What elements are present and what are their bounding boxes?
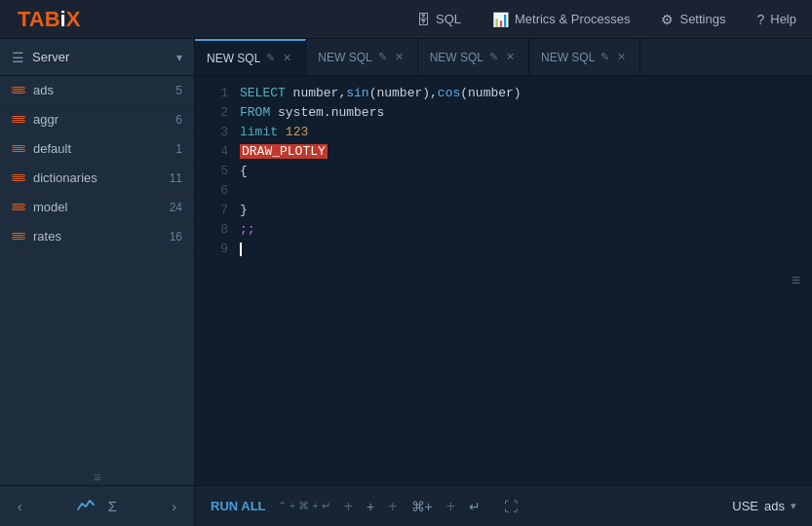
db-name: ads: [764, 499, 785, 513]
editor-area: NEW SQL ✎ ✕ NEW SQL ✎ ✕ NEW SQL ✎ ✕ NEW …: [195, 39, 812, 526]
use-db-selector[interactable]: USE ads ▾: [732, 499, 796, 513]
sigma-icon[interactable]: Σ: [108, 498, 117, 514]
sidebar-item-dictionaries-count: 11: [170, 171, 182, 185]
code-line-7: }: [236, 201, 812, 220]
code-line-3: limit 123: [236, 123, 812, 142]
code-line-5: {: [236, 162, 812, 181]
settings-icon: ⚙: [661, 12, 674, 27]
db-icon-rates: [12, 233, 25, 240]
tab-1-label: NEW SQL: [207, 52, 260, 65]
sidebar-item-ads-count: 5: [175, 84, 182, 97]
fullscreen-button[interactable]: ⛶: [504, 499, 518, 514]
sidebar-item-aggr-count: 6: [175, 113, 182, 127]
code-line-6: [236, 181, 812, 201]
prev-button[interactable]: ‹: [14, 497, 26, 516]
tab-3-edit-icon[interactable]: ✎: [489, 51, 498, 63]
tab-2-close[interactable]: ✕: [393, 50, 406, 64]
tab-2-label: NEW SQL: [318, 51, 371, 64]
tab-4-edit-icon[interactable]: ✎: [600, 51, 609, 63]
db-icon-default: [12, 145, 25, 152]
nav-metrics[interactable]: 📊 Metrics & Processes: [477, 0, 645, 39]
nav-metrics-label: Metrics & Processes: [515, 12, 630, 26]
sidebar-item-aggr-label: aggr: [33, 112, 175, 127]
tab-4[interactable]: NEW SQL ✎ ✕: [529, 39, 640, 76]
nav-help[interactable]: ? Help: [741, 0, 812, 39]
tab-2[interactable]: NEW SQL ✎ ✕: [306, 39, 417, 76]
sidebar-item-model-count: 24: [170, 201, 182, 214]
tabs-bar: NEW SQL ✎ ✕ NEW SQL ✎ ✕ NEW SQL ✎ ✕ NEW …: [195, 39, 812, 76]
tab-3[interactable]: NEW SQL ✎ ✕: [418, 39, 529, 76]
nav-sql-label: SQL: [436, 12, 461, 26]
hamburger-icon: ☰: [12, 50, 24, 65]
db-icon-ads: [12, 87, 25, 94]
sidebar-item-default[interactable]: default 1: [0, 134, 194, 164]
topnav: TABiX 🗄 SQL 📊 Metrics & Processes ⚙ Sett…: [0, 0, 812, 39]
sidebar-footer-nav-next: ›: [168, 497, 180, 516]
sidebar-item-rates-label: rates: [33, 229, 170, 244]
sidebar-item-model[interactable]: model 24: [0, 193, 194, 222]
separator-1: +: [344, 498, 353, 515]
code-line-2: FROM system.numbers: [236, 103, 812, 123]
sidebar-item-model-label: model: [33, 200, 170, 214]
sidebar-item-ads[interactable]: ads 5: [0, 76, 194, 105]
db-chevron-icon: ▾: [791, 500, 796, 512]
nav-settings[interactable]: ⚙ Settings: [645, 0, 741, 39]
code-line-1: SELECT number,sin(number),cos(number): [236, 84, 812, 103]
metrics-icon: 📊: [492, 12, 509, 27]
db-icon-model: [12, 204, 25, 210]
main-layout: ☰ Server ▾ ads 5 aggr: [0, 39, 812, 526]
sidebar: ☰ Server ▾ ads 5 aggr: [0, 39, 195, 526]
run-all-label: RUN ALL: [211, 499, 266, 513]
tab-1-close[interactable]: ✕: [281, 51, 293, 65]
run-shortcut: ⌃ + ⌘ + ↵: [278, 500, 330, 512]
tab-4-close[interactable]: ✕: [615, 50, 628, 64]
sidebar-item-default-count: 1: [175, 142, 182, 156]
run-all-button[interactable]: RUN ALL: [211, 499, 266, 513]
sidebar-item-ads-label: ads: [33, 83, 175, 97]
arrow-icon[interactable]: ↵: [469, 499, 481, 514]
shortcut-icon[interactable]: ⌘+: [411, 499, 433, 514]
db-icon-dictionaries: [12, 174, 25, 181]
sidebar-footer-icons: Σ: [77, 498, 117, 515]
help-icon: ?: [756, 12, 764, 27]
chart-icon[interactable]: [77, 498, 95, 515]
sidebar-header: ☰ Server ▾: [0, 39, 194, 76]
sidebar-item-rates[interactable]: rates 16: [0, 222, 194, 251]
nav-help-label: Help: [770, 12, 796, 26]
separator-3: +: [446, 498, 455, 515]
tab-1-edit-icon[interactable]: ✎: [266, 52, 275, 64]
sidebar-item-dictionaries[interactable]: dictionaries 11: [0, 164, 194, 193]
db-icon-aggr: [12, 116, 25, 123]
code-line-9: [236, 240, 812, 259]
sidebar-footer: ‹ Σ ›: [0, 485, 194, 526]
code-content[interactable]: SELECT number,sin(number),cos(number) FR…: [236, 76, 812, 485]
sidebar-items: ads 5 aggr 6 default 1: [0, 76, 194, 470]
bottom-bar: RUN ALL ⌃ + ⌘ + ↵ + + + ⌘+ + ↵ ⛶ USE ads…: [195, 485, 812, 526]
tab-1[interactable]: NEW SQL ✎ ✕: [195, 39, 306, 76]
sidebar-item-aggr[interactable]: aggr 6: [0, 105, 194, 134]
tab-3-close[interactable]: ✕: [504, 50, 517, 64]
code-editor[interactable]: 1 2 3 4 5 6 7 8 9 SELECT number,sin(numb…: [195, 76, 812, 485]
sidebar-resize-icon: ≡: [93, 470, 100, 485]
tab-4-label: NEW SQL: [541, 51, 595, 64]
separator-2: +: [388, 498, 397, 515]
nav-settings-label: Settings: [679, 12, 725, 26]
sidebar-item-rates-count: 16: [170, 230, 182, 244]
line-numbers: 1 2 3 4 5 6 7 8 9: [195, 76, 236, 485]
sidebar-title: Server: [32, 50, 69, 64]
sidebar-item-dictionaries-label: dictionaries: [33, 170, 170, 185]
code-line-4: DRAW_PLOTLY: [236, 142, 812, 162]
code-line-8: ;;: [236, 220, 812, 240]
use-label: USE: [732, 499, 758, 513]
sidebar-footer-nav: ‹: [14, 497, 26, 516]
add-icon[interactable]: +: [367, 499, 374, 514]
sql-icon: 🗄: [416, 12, 430, 27]
sidebar-item-default-label: default: [33, 141, 175, 156]
tab-3-label: NEW SQL: [430, 51, 483, 64]
tab-2-edit-icon[interactable]: ✎: [378, 51, 387, 63]
sidebar-collapse-icon[interactable]: ▾: [176, 51, 182, 64]
editor-resize-handle[interactable]: ≡: [792, 272, 800, 289]
next-button[interactable]: ›: [168, 497, 180, 516]
nav-sql[interactable]: 🗄 SQL: [401, 0, 477, 39]
logo: TABiX: [0, 7, 97, 32]
